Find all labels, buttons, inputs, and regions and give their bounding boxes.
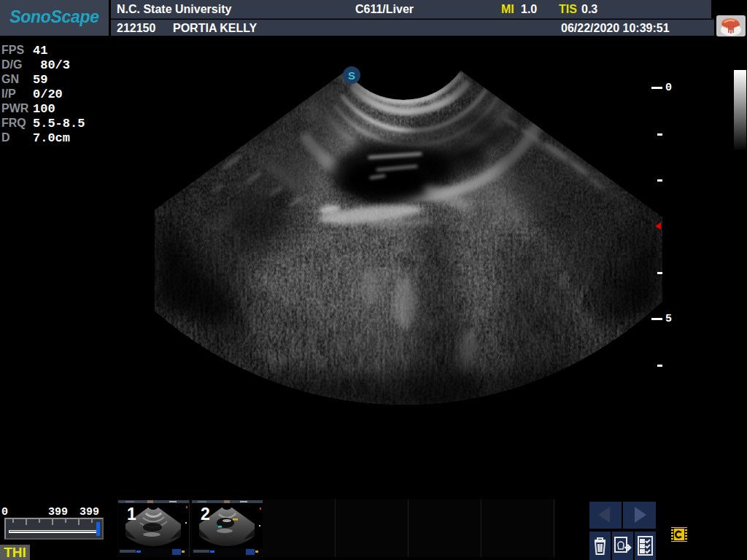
svg-text:2: 2: [201, 505, 210, 524]
svg-text:1: 1: [127, 505, 136, 524]
svg-text:S: S: [348, 69, 355, 82]
